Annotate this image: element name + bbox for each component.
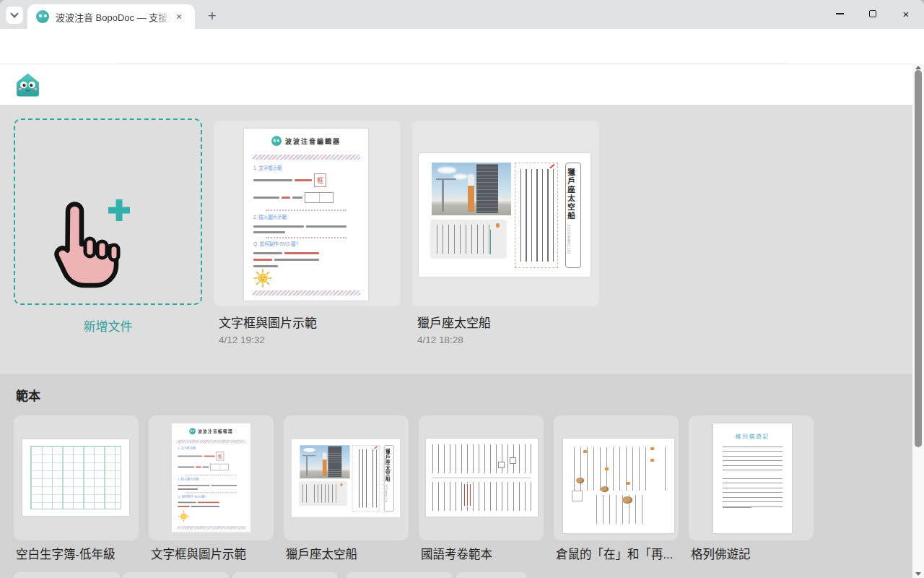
bopodoc-logo[interactable]	[15, 72, 40, 98]
scroll-up-arrow[interactable]	[915, 66, 921, 69]
window-maximize-button[interactable]	[856, 0, 889, 27]
browser-window: 波波注音 BopoDoc — 支援直書 × + × ← → ↻ ⌂ bopodo…	[0, 0, 924, 578]
document-thumbnail: 獵戶座太空船 2026年4月11日	[419, 153, 590, 277]
scrollbar-thumb[interactable]	[915, 70, 922, 447]
text-line	[253, 228, 360, 236]
minimize-icon	[836, 13, 844, 14]
template-title[interactable]: 倉鼠的「在」和「再...	[556, 545, 686, 562]
template-card-partial[interactable]	[123, 572, 229, 578]
window-minimize-button[interactable]	[823, 0, 856, 27]
template-thumbnail: 格列佛遊記	[713, 423, 792, 533]
app-header: ? i	[0, 64, 924, 105]
thumb-heading: 1. 文字框示範	[253, 165, 360, 172]
decorative-stripe	[252, 155, 360, 160]
rocket-photo	[432, 163, 511, 215]
template-card[interactable]	[419, 415, 544, 540]
template-card[interactable]	[14, 415, 139, 540]
template-title[interactable]: 文字框與圖片示範	[151, 545, 281, 562]
new-tab-button[interactable]: +	[202, 6, 222, 26]
template-title[interactable]: 獵戶座太空船	[286, 545, 416, 562]
document-title[interactable]: 獵戶座太空船	[417, 313, 491, 331]
scroll-down-arrow[interactable]	[915, 572, 921, 576]
documents-section: 新增文件 波波注音編輯器 1. 文字框示範 框 2. 插入圖片示範	[0, 105, 924, 374]
template-card-partial[interactable]	[456, 572, 527, 578]
text-line	[253, 192, 360, 203]
decorative-stripe	[252, 290, 360, 296]
tab-close-button[interactable]: ×	[173, 10, 186, 23]
tab-search-button[interactable]	[6, 7, 23, 24]
thumb-text-column	[515, 163, 558, 268]
browser-toolbar: ← → ↻ ⌂ bopodoc.com/files ☆	[0, 29, 924, 64]
templates-heading: 範本	[16, 386, 40, 404]
template-title[interactable]: 空白生字簿-低年級	[16, 545, 146, 562]
thumb-title: 格列佛遊記	[713, 432, 792, 440]
thumb-doc-header: 波波注音編輯器	[244, 136, 368, 146]
template-thumbnail: 波波注音編輯器 1. 文字框示範 框 2. 插入圖片示範 Q. 如何製作 SVG…	[172, 423, 251, 533]
document-thumbnail: 獵戶座太空船2026年4月11日	[292, 439, 400, 517]
template-card-partial[interactable]	[346, 572, 453, 578]
document-date: 4/12 19:32	[219, 335, 265, 345]
robot-icon	[271, 136, 282, 146]
template-title[interactable]: 格列佛遊記	[691, 545, 821, 562]
document-card[interactable]: 波波注音編輯器 1. 文字框示範 框 2. 插入圖片示範 Q. 如何	[214, 121, 401, 306]
document-thumbnail: 波波注音編輯器 1. 文字框示範 框 2. 插入圖片示範 Q. 如何	[244, 129, 368, 301]
document-title[interactable]: 文字框與圖片示範	[219, 313, 317, 331]
template-card[interactable]: 格列佛遊記	[689, 415, 814, 540]
template-card[interactable]	[554, 415, 679, 540]
thumb-heading: 2. 插入圖片示範	[253, 214, 360, 221]
template-title[interactable]: 國語考卷範本	[421, 545, 551, 562]
page-scrollbar[interactable]	[912, 64, 924, 578]
template-card-partial[interactable]	[232, 572, 338, 578]
text-line: 框	[253, 173, 360, 187]
window-close-button[interactable]: ×	[889, 0, 923, 27]
template-thumbnail	[426, 439, 538, 517]
sun-drawing-icon	[253, 269, 272, 288]
document-thumbnail: 波波注音編輯器 1. 文字框示範 框 2. 插入圖片示範 Q. 如何製作 SVG…	[172, 423, 250, 532]
thumb-vertical-title-block: 獵戶座太空船 2026年4月11日	[565, 163, 581, 268]
dotted-divider	[266, 237, 346, 238]
template-card[interactable]: 獵戶座太空船2026年4月11日	[284, 415, 409, 540]
chevron-down-icon	[10, 9, 18, 17]
bopodoc-favicon-icon	[36, 10, 49, 23]
browser-tab[interactable]: 波波注音 BopoDoc — 支援直書 ×	[27, 4, 195, 29]
hand-plus-icon	[48, 194, 139, 295]
add-document-label[interactable]: 新增文件	[14, 316, 202, 335]
thumb-text-box	[430, 220, 507, 259]
tab-title: 波波注音 BopoDoc — 支援直書	[56, 10, 171, 24]
document-date: 4/12 18:28	[417, 335, 463, 345]
tab-strip: 波波注音 BopoDoc — 支援直書 × + ×	[0, 0, 924, 29]
dotted-divider	[266, 210, 346, 211]
thumb-heading: Q. 如何製作 SVG 圖?	[253, 241, 360, 248]
document-card[interactable]: 獵戶座太空船 2026年4月11日	[412, 121, 599, 306]
template-thumbnail: 獵戶座太空船2026年4月11日	[292, 439, 400, 517]
template-thumbnail	[22, 439, 129, 516]
maximize-icon	[869, 10, 876, 17]
template-thumbnail	[563, 439, 674, 533]
template-card[interactable]: 波波注音編輯器 1. 文字框示範 框 2. 插入圖片示範 Q. 如何製作 SVG…	[149, 415, 274, 540]
template-card-partial[interactable]	[14, 572, 121, 578]
add-document-tile[interactable]	[14, 118, 202, 305]
templates-section: 範本 空白生字簿-低年級 波波注音編輯器 1. 文字框示範 框 2. 插入圖片示…	[0, 374, 924, 578]
